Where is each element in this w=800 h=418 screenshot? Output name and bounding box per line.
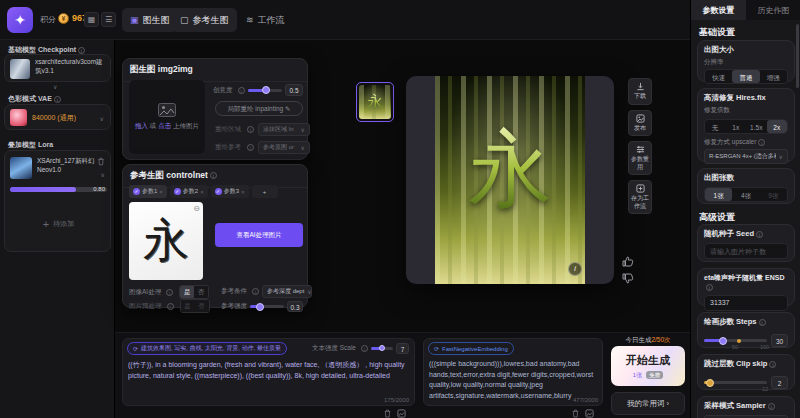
scale-value[interactable]: 7: [396, 343, 409, 354]
redraw-reference-select[interactable]: 参考原图 or∨: [258, 141, 310, 154]
image-info-icon[interactable]: i: [568, 262, 582, 276]
toggle-yes[interactable]: 是: [180, 286, 194, 298]
lora-weight-slider[interactable]: 0.80: [10, 187, 107, 192]
reference-strength-value[interactable]: 0.3: [287, 301, 303, 312]
app-logo-icon[interactable]: ✦: [7, 7, 33, 33]
batch-1[interactable]: 1张: [705, 188, 732, 201]
generated-glyph: 永: [468, 113, 552, 227]
tab-parameters[interactable]: 参数设置: [691, 0, 746, 20]
lora-add-button[interactable]: + 待添加: [10, 201, 107, 247]
close-icon[interactable]: ×: [200, 189, 204, 195]
thumbs-up-icon[interactable]: [622, 256, 634, 267]
info-icon[interactable]: i: [769, 361, 776, 368]
copy-image-icon[interactable]: [397, 409, 406, 418]
view-ai-image-button[interactable]: 查看AI处理图片: [215, 223, 303, 247]
controlnet-tab-2-label: 参数2: [183, 187, 198, 196]
generate-button[interactable]: 开始生成 1张 免费: [611, 346, 685, 386]
download-button[interactable]: 下载: [628, 78, 652, 105]
tab-workflow[interactable]: ≋ 工作流: [238, 8, 293, 32]
controlnet-tab-3[interactable]: ✓ 参数3 ×: [211, 185, 249, 198]
negative-embedding-chip[interactable]: ⟳ FastNegativeEmbedding: [428, 342, 514, 355]
menu-icon[interactable]: ☰: [101, 12, 116, 27]
vae-card[interactable]: 840000 (通用) ∨: [4, 104, 111, 130]
hires-2x[interactable]: 2x: [767, 120, 788, 133]
clip-skip-slider[interactable]: [704, 381, 767, 384]
info-icon[interactable]: i: [759, 319, 766, 326]
scale-slider[interactable]: [371, 347, 393, 350]
clip-skip-value[interactable]: 2: [771, 376, 788, 389]
generated-image[interactable]: 永: [435, 76, 585, 284]
info-icon[interactable]: i: [247, 144, 254, 151]
controlnet-tab-2[interactable]: ✓ 参数2 ×: [170, 185, 208, 198]
save-workflow-button[interactable]: 存为工作流: [628, 180, 652, 214]
info-icon[interactable]: i: [210, 172, 217, 179]
close-icon[interactable]: ×: [241, 189, 245, 195]
info-icon[interactable]: i: [758, 139, 765, 146]
controlnet-tab-1[interactable]: ✓ 参数1 ×: [129, 185, 167, 198]
chevron-down-icon[interactable]: ∨: [100, 115, 104, 122]
trash-icon[interactable]: [571, 409, 580, 418]
info-icon[interactable]: i: [54, 96, 61, 103]
info-icon[interactable]: i: [361, 345, 368, 352]
ensd-input[interactable]: [704, 295, 788, 311]
favorite-prompts-button[interactable]: 我的常用词 ›: [611, 392, 685, 415]
close-icon[interactable]: ×: [159, 189, 163, 195]
toggle-no[interactable]: 否: [194, 286, 208, 298]
chevron-down-icon[interactable]: ∨: [101, 171, 105, 178]
info-icon[interactable]: i: [768, 403, 775, 410]
reuse-params-button[interactable]: 参数重用: [628, 141, 652, 175]
resolution-normal[interactable]: 普通: [732, 70, 759, 83]
controlnet-add-tab[interactable]: +: [252, 185, 278, 198]
resolution-fast[interactable]: 快速: [705, 70, 732, 83]
refresh-icon[interactable]: ⟳: [133, 345, 138, 352]
upscaler-select[interactable]: R-ESRGAN 4x+ (适合多种风 ∨: [704, 149, 788, 164]
result-thumbnail[interactable]: 永: [356, 82, 394, 122]
lora-name: XSArchi_127新科幻Neov1.0: [37, 157, 95, 175]
steps-value[interactable]: 30: [771, 334, 788, 347]
image-upload-dropzone[interactable]: 拖入 或 点击 上传图片: [129, 80, 205, 154]
copy-image-icon[interactable]: [585, 409, 594, 418]
checkpoint-card[interactable]: xsarchitecturalv3com建筑v3.1: [4, 54, 111, 82]
image-tools: 下载 发布 参数重用 存为工作流: [628, 78, 652, 214]
info-icon[interactable]: i: [167, 303, 174, 310]
scrollbar[interactable]: [796, 24, 799, 88]
inpainting-button[interactable]: 局部重绘 inpainting ✎: [215, 101, 303, 116]
redraw-region-select[interactable]: 涂抹区域 In∨: [258, 123, 310, 136]
tab-img2img[interactable]: ▣ 图生图: [122, 8, 178, 32]
trash-icon[interactable]: [97, 157, 105, 166]
steps-slider[interactable]: [704, 339, 767, 342]
info-icon[interactable]: i: [78, 47, 85, 54]
denoise-value[interactable]: 0.5: [285, 84, 303, 96]
positive-prompt-input[interactable]: ((竹子)), in a blooming garden, (fresh and…: [128, 360, 411, 398]
reference-condition-select[interactable]: 参考深度 dept∨: [262, 285, 312, 298]
grid-view-icon[interactable]: ▦: [84, 12, 99, 27]
ai-process-toggle[interactable]: 是 否: [179, 285, 209, 299]
publish-button[interactable]: 发布: [628, 110, 652, 137]
batch-4[interactable]: 4张: [732, 188, 759, 201]
info-icon[interactable]: i: [756, 231, 763, 238]
remove-image-icon[interactable]: ⊖: [193, 204, 200, 213]
info-icon[interactable]: i: [238, 87, 245, 94]
refresh-icon[interactable]: ⟳: [434, 345, 439, 352]
info-icon[interactable]: i: [706, 284, 713, 291]
vae-value: 840000 (通用): [32, 113, 76, 123]
tab-reference[interactable]: ▢ 参考生图: [172, 8, 237, 32]
info-icon[interactable]: i: [247, 126, 254, 133]
chevron-down-icon[interactable]: ∨: [53, 83, 57, 90]
hires-1x[interactable]: 1x: [726, 120, 747, 133]
seed-input[interactable]: [704, 243, 788, 259]
hires-none[interactable]: 无: [705, 120, 726, 133]
denoise-slider[interactable]: [248, 89, 283, 92]
tag-suggestions-pill[interactable]: ⟳ 建筑效果图, 写实, 曲线, 太阳光, 背景, 动作, 最佳质量: [127, 342, 287, 355]
trash-icon[interactable]: [383, 409, 392, 418]
thumbs-down-icon[interactable]: [622, 273, 634, 284]
hires-15x[interactable]: 1.5x: [746, 120, 767, 133]
reference-glyph: 永: [143, 210, 189, 272]
resolution-enhanced[interactable]: 增强: [760, 70, 787, 83]
info-icon[interactable]: i: [166, 289, 173, 296]
negative-prompt-input[interactable]: (((simple background))),lowres,bad anato…: [429, 359, 599, 401]
info-icon[interactable]: i: [252, 288, 259, 295]
controlnet-reference-image[interactable]: 永 ⊖: [129, 202, 203, 280]
reference-strength-slider[interactable]: [250, 305, 284, 308]
tab-history[interactable]: 历史作图: [746, 0, 800, 20]
